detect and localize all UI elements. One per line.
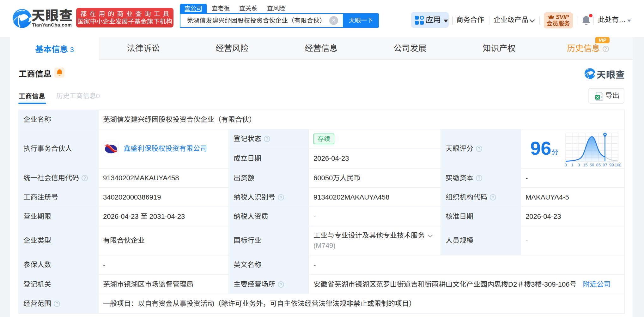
svg-text:100: 100: [615, 163, 621, 167]
svg-text:85: 85: [596, 163, 601, 167]
svg-text:1: 1: [571, 163, 573, 167]
svg-text:0: 0: [564, 163, 567, 167]
svg-text:50: 50: [590, 163, 594, 167]
svg-text:99: 99: [609, 163, 614, 167]
svg-text:15: 15: [583, 163, 587, 167]
svg-text:97: 97: [603, 163, 607, 167]
svg-text:3: 3: [578, 163, 580, 167]
